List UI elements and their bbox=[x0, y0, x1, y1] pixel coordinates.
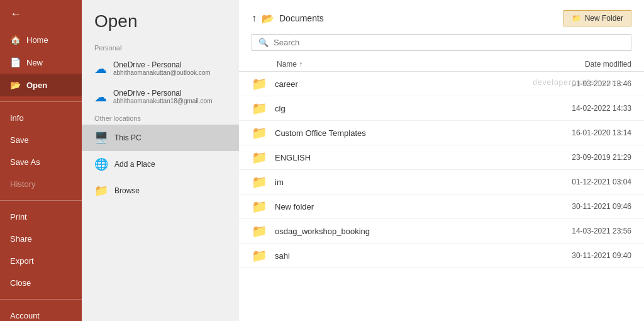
folder-icon: 📁 bbox=[252, 174, 267, 189]
info-label: Info bbox=[10, 113, 24, 123]
main-header: ↑ 📂 Documents 📁 New Folder bbox=[239, 10, 644, 34]
other-section-label: Other locations bbox=[82, 111, 239, 125]
page-title: Open bbox=[82, 0, 239, 40]
file-date: 30-11-2021 09:46 bbox=[550, 202, 631, 211]
export-label: Export bbox=[10, 256, 34, 266]
file-date: 14-03-2021 23:56 bbox=[550, 227, 631, 235]
sidebar-item-home[interactable]: 🏠 Home bbox=[0, 28, 82, 51]
breadcrumb: ↑ 📂 Documents bbox=[252, 13, 324, 25]
search-input[interactable] bbox=[274, 38, 625, 47]
this-pc-location[interactable]: 🖥️ This PC bbox=[82, 125, 239, 151]
file-row-im[interactable]: 📁 im 01-12-2021 03:04 bbox=[239, 170, 644, 194]
browse-icon: 📁 bbox=[94, 184, 108, 198]
sidebar-item-info[interactable]: Info bbox=[0, 107, 82, 129]
file-row-career[interactable]: 📁 career 01-03-2022 18:46 bbox=[239, 72, 644, 96]
onedrive-sub-2: abhithaomanakuttan18@gmail.com bbox=[113, 98, 212, 104]
sidebar-item-account[interactable]: Account bbox=[0, 305, 82, 321]
file-list: developerpublish.com 📁 career 01-03-2022… bbox=[239, 72, 644, 321]
add-icon: 🌐 bbox=[94, 157, 108, 171]
file-date: 23-09-2019 21:29 bbox=[550, 153, 631, 162]
folder-icon: 📁 bbox=[252, 125, 267, 140]
folder-breadcrumb-icon: 📂 bbox=[262, 13, 274, 25]
sidebar-item-share[interactable]: Share bbox=[0, 228, 82, 250]
file-row-english[interactable]: 📁 ENGLISH 23-09-2019 21:29 bbox=[239, 145, 644, 170]
folder-icon: 📁 bbox=[252, 248, 267, 263]
new-folder-label: New Folder bbox=[585, 14, 623, 23]
sidebar: ← 🏠 Home 📄 New 📂 Open Info Save Save As … bbox=[0, 0, 82, 321]
folder-icon: 📁 bbox=[252, 76, 267, 91]
sidebar-item-open-label: Open bbox=[26, 81, 47, 90]
onedrive-name-2: OneDrive - Personal bbox=[113, 89, 212, 98]
folder-icon: 📁 bbox=[252, 199, 267, 214]
file-row-custom-templates[interactable]: 📁 Custom Office Templates 16-01-2020 13:… bbox=[239, 121, 644, 145]
share-label: Share bbox=[10, 234, 32, 244]
up-arrow-icon[interactable]: ↑ bbox=[252, 13, 257, 24]
sidebar-item-history: History bbox=[0, 173, 82, 195]
file-name: ENGLISH bbox=[275, 153, 542, 162]
file-date: 01-12-2021 03:04 bbox=[550, 177, 631, 186]
file-date: 30-11-2021 09:40 bbox=[550, 251, 631, 260]
personal-section-label: Personal bbox=[82, 40, 239, 54]
save-label: Save bbox=[10, 135, 29, 145]
file-row-sahi[interactable]: 📁 sahi 30-11-2021 09:40 bbox=[239, 244, 644, 268]
open-icon: 📂 bbox=[10, 80, 20, 90]
sidebar-item-close[interactable]: Close bbox=[0, 272, 82, 294]
file-name: im bbox=[275, 177, 542, 187]
onedrive-personal-gmail[interactable]: ☁ OneDrive - Personal abhithaomanakuttan… bbox=[82, 82, 239, 111]
file-date: 16-01-2020 13:14 bbox=[550, 128, 631, 137]
onedrive-icon-2: ☁ bbox=[94, 89, 107, 104]
sidebar-item-export[interactable]: Export bbox=[0, 250, 82, 272]
file-name: career bbox=[275, 79, 542, 89]
close-label: Close bbox=[10, 278, 31, 288]
save-as-label: Save As bbox=[10, 157, 40, 167]
breadcrumb-label: Documents bbox=[279, 13, 324, 23]
onedrive-personal-outlook[interactable]: ☁ OneDrive - Personal abhithaomanakuttan… bbox=[82, 54, 239, 82]
file-row-osdag[interactable]: 📁 osdag_workshop_booking 14-03-2021 23:5… bbox=[239, 219, 644, 244]
history-label: History bbox=[10, 179, 35, 189]
sidebar-item-new[interactable]: 📄 New bbox=[0, 51, 82, 74]
folder-icon: 📁 bbox=[252, 101, 267, 116]
new-icon: 📄 bbox=[10, 57, 20, 67]
pc-icon: 🖥️ bbox=[94, 131, 108, 145]
add-place-name: Add a Place bbox=[114, 160, 155, 169]
main-content: ↑ 📂 Documents 📁 New Folder 🔍 Name ↑ Date… bbox=[239, 0, 644, 321]
home-icon: 🏠 bbox=[10, 35, 20, 45]
add-place-location[interactable]: 🌐 Add a Place bbox=[82, 151, 239, 177]
file-name: sahi bbox=[275, 251, 542, 261]
account-label: Account bbox=[10, 311, 40, 320]
onedrive-sub-1: abhithaomanakuttan@outlook.com bbox=[113, 69, 211, 76]
search-bar[interactable]: 🔍 bbox=[252, 34, 631, 51]
sidebar-item-save-as[interactable]: Save As bbox=[0, 151, 82, 173]
file-row-new-folder[interactable]: 📁 New folder 30-11-2021 09:46 bbox=[239, 194, 644, 219]
file-date: 01-03-2022 18:46 bbox=[550, 79, 631, 88]
file-name: New folder bbox=[275, 202, 542, 211]
new-folder-button[interactable]: 📁 New Folder bbox=[564, 10, 631, 26]
file-date: 14-02-2022 14:33 bbox=[550, 104, 631, 113]
print-label: Print bbox=[10, 212, 27, 222]
sidebar-item-home-label: Home bbox=[26, 35, 48, 45]
file-row-clg[interactable]: 📁 clg 14-02-2022 14:33 bbox=[239, 96, 644, 121]
col-name-header[interactable]: Name ↑ bbox=[277, 60, 303, 69]
search-icon: 🔍 bbox=[258, 38, 269, 47]
sidebar-item-open[interactable]: 📂 Open bbox=[0, 74, 82, 96]
onedrive-icon-1: ☁ bbox=[94, 61, 107, 76]
browse-name: Browse bbox=[114, 186, 140, 195]
location-panel: Open Personal ☁ OneDrive - Personal abhi… bbox=[82, 0, 239, 321]
sidebar-item-new-label: New bbox=[26, 58, 43, 67]
folder-icon: 📁 bbox=[252, 150, 267, 165]
file-table-header: Name ↑ Date modified bbox=[239, 57, 644, 72]
file-name: clg bbox=[275, 104, 542, 113]
this-pc-name: This PC bbox=[114, 133, 142, 142]
file-name: osdag_workshop_booking bbox=[275, 227, 542, 236]
back-button[interactable]: ← bbox=[0, 0, 82, 28]
back-icon: ← bbox=[10, 8, 21, 21]
folder-icon-btn: 📁 bbox=[572, 14, 581, 23]
folder-icon: 📁 bbox=[252, 223, 267, 239]
sidebar-item-save[interactable]: Save bbox=[0, 129, 82, 151]
onedrive-name-1: OneDrive - Personal bbox=[113, 60, 211, 69]
col-date-header: Date modified bbox=[585, 60, 631, 69]
sidebar-item-print[interactable]: Print bbox=[0, 206, 82, 228]
file-name: Custom Office Templates bbox=[275, 128, 542, 138]
browse-location[interactable]: 📁 Browse bbox=[82, 177, 239, 204]
